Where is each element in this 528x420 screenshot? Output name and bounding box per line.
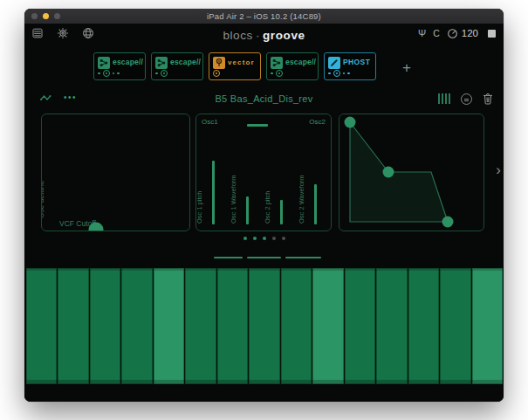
bottom-section-tabs [214,257,321,258]
minimize-button[interactable] [43,13,49,19]
piano-key-14[interactable] [440,268,470,384]
slider-label: Osc 1 Waveform [230,175,237,224]
page-dot[interactable] [253,237,257,240]
slider-label: Osc 1 pitch [195,190,203,224]
slider-osc-2-pitch[interactable] [280,200,283,224]
pattern-dots [271,70,283,77]
track-label: PHOST [343,58,370,66]
piano-key-6[interactable] [185,268,216,384]
patch-title[interactable]: B5 Bas_Acid_Dis_rev [24,93,504,104]
stop-button[interactable] [488,30,496,38]
key-label[interactable]: C [433,28,440,38]
piano-key-8[interactable] [249,268,279,384]
track-label: escape// [285,58,316,66]
xy-pad-cursor[interactable] [88,223,103,231]
mixer-sliders-icon[interactable] [438,93,450,104]
keyboard [26,268,503,384]
slider-osc-2-waveform[interactable] [314,184,317,224]
slider-label: Osc 2 pitch [264,190,271,224]
circle-indicator-icon[interactable] [461,93,472,105]
pattern-dot-active[interactable] [213,70,220,77]
piano-key-12[interactable] [376,268,407,384]
page-dot[interactable] [282,237,285,240]
page-dot[interactable] [243,237,247,240]
add-track-button[interactable]: + [402,59,411,77]
titlebar[interactable]: iPad Air 2 – iOS 10.2 (14C89) [24,9,504,24]
track-tab-bar: escape//escape//vectorescape//PHOST [93,52,376,80]
piano-key-5[interactable] [154,268,184,384]
section-tab[interactable] [285,257,321,258]
pattern-dots [155,70,168,77]
track-label: vector [228,59,255,66]
node-graph-icon [98,57,110,69]
tempo-dial-icon[interactable] [447,28,458,39]
piano-key-13[interactable] [408,268,439,384]
pattern-dot[interactable] [343,72,346,75]
xy-pad-y-axis-label: Osc detune [41,181,45,218]
envelope-panel [339,114,484,231]
piano-key-7[interactable] [217,268,248,384]
piano-key-3[interactable] [90,268,120,384]
traffic-lights [31,13,60,19]
track-label: escape// [113,58,143,66]
pattern-dot[interactable] [271,72,273,75]
page-dot[interactable] [263,237,266,240]
oscillator-mixer-panel: Osc1 Osc2 Osc 1 pitchOsc 1 WaveformOsc 2… [195,114,332,231]
piano-key-9[interactable] [281,268,312,384]
section-tab[interactable] [214,257,243,258]
osc2-label: Osc2 [309,118,326,126]
tuning-fork-icon[interactable]: Ψ [418,27,426,39]
piano-key-2[interactable] [58,268,88,384]
app-toolbar: blocs·groove Ψ C 120 [24,24,504,50]
app-title-separator: · [256,29,260,42]
app-title-groove: groove [263,29,305,42]
track-tab-3-vector[interactable]: vector [209,52,261,80]
envelope-handle[interactable] [345,117,356,128]
osc-crossfader-handle[interactable] [247,124,268,127]
pattern-dot-active[interactable] [161,70,168,77]
xy-pad-panel[interactable]: Osc detune VCF Cutoff [41,114,190,231]
simulator-window: iPad Air 2 – iOS 10.2 (14C89) bl [24,9,504,402]
track-tab-4-escape[interactable]: escape// [266,52,319,80]
close-button[interactable] [31,13,38,19]
patch-bar-right [438,93,493,105]
piano-key-10[interactable] [312,268,343,384]
trash-icon[interactable] [483,93,493,105]
osc1-label: Osc1 [202,118,218,126]
pattern-dot[interactable] [155,72,158,75]
app-content: blocs·groove Ψ C 120 escape//escape//vec… [24,24,504,402]
next-page-chevron-icon[interactable]: › [496,162,501,179]
pattern-dot[interactable] [98,72,100,75]
track-tab-2-escape[interactable]: escape// [151,52,203,80]
slider-osc-1-waveform[interactable] [246,196,249,224]
piano-key-4[interactable] [121,268,152,384]
envelope-handle[interactable] [442,217,454,228]
pin-icon [213,57,225,69]
pattern-dot[interactable] [113,72,115,75]
piano-key-1[interactable] [26,268,57,384]
pattern-dot[interactable] [328,72,331,75]
node-graph-icon [271,57,283,69]
pattern-dots [98,70,120,77]
app-title-blocs: blocs [223,29,253,42]
pattern-dot[interactable] [347,72,350,75]
toolbar-right-icons: Ψ C 120 [418,27,496,39]
zoom-button[interactable] [54,13,60,19]
piano-key-11[interactable] [345,268,375,384]
envelope-handle[interactable] [383,167,394,178]
pattern-dots [213,70,220,77]
pattern-dot[interactable] [117,72,120,75]
page-dot[interactable] [272,237,276,240]
pattern-dot-active[interactable] [333,70,340,77]
section-tab[interactable] [247,257,281,258]
pattern-dot-active[interactable] [103,70,110,77]
envelope-shape [339,114,484,231]
slider-osc-1-pitch[interactable] [212,161,215,224]
track-label: escape// [170,58,201,66]
pattern-dot-active[interactable] [276,70,283,77]
track-tab-5-phost[interactable]: PHOST [324,52,376,80]
tempo-value[interactable]: 120 [462,28,478,38]
piano-key-15[interactable] [472,268,503,384]
pattern-dots [328,70,350,77]
track-tab-1-escape[interactable]: escape// [93,52,146,80]
